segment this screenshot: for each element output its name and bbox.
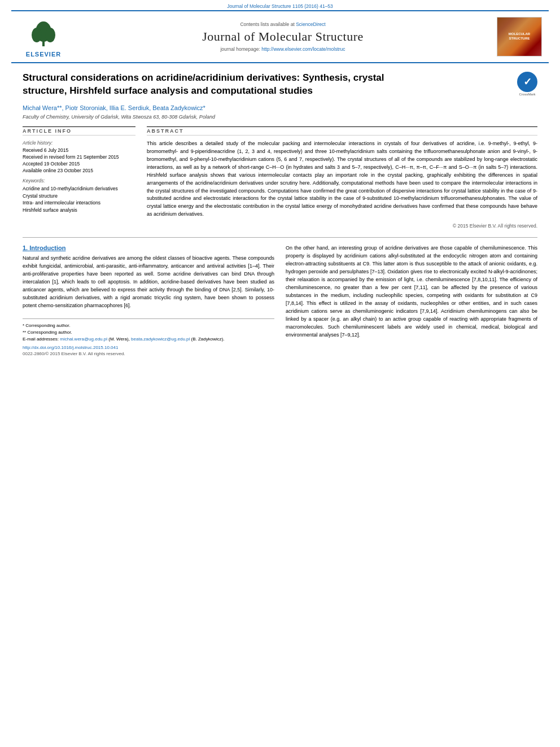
article-content: ✓ CrossMark Structural considerations on…	[0, 63, 560, 368]
svg-point-2	[32, 28, 42, 42]
abstract-column: Abstract This article describes a detail…	[147, 126, 537, 229]
corresponding-note-2: ** Corresponding author.	[23, 329, 274, 336]
journal-header: ELSEVIER Contents lists available at Sci…	[11, 10, 549, 63]
keyword-1: Acridine and 10-methylacridinium derivat…	[23, 185, 135, 193]
issn-line: 0022-2860/© 2015 Elsevier B.V. All right…	[23, 351, 274, 356]
abstract-text: This article describes a detailed study …	[147, 140, 537, 219]
corresponding-note-1: * Corresponding author.	[23, 322, 274, 329]
crossmark-label: CrossMark	[517, 93, 537, 96]
available-date: Available online 23 October 2015	[23, 168, 135, 173]
accepted-date: Accepted 19 October 2015	[23, 161, 135, 167]
thumb-text: MOLECULAR STRUCTURE	[500, 32, 539, 41]
affiliation: Faculty of Chemistry, University of Gdań…	[23, 114, 537, 120]
email-1-link[interactable]: michal.wera@ug.edu.pl	[60, 337, 107, 342]
svg-point-3	[45, 28, 55, 42]
keywords-list: Acridine and 10-methylacridinium derivat…	[23, 185, 135, 214]
body-left-col: 1. Introduction Natural and synthetic ac…	[23, 244, 274, 356]
journal-title-block: Contents lists available at ScienceDirec…	[69, 21, 497, 52]
article-history: Article history: Received 6 July 2015 Re…	[23, 140, 135, 173]
contents-line: Contents lists available at ScienceDirec…	[69, 21, 497, 27]
introduction-title: 1. Introduction	[23, 244, 274, 251]
email-2-link[interactable]: beata.zadykowicz@ug.edu.pl	[131, 337, 190, 342]
elsevier-logo: ELSEVIER	[18, 16, 69, 58]
article-info-column: Article Info Article history: Received 6…	[23, 126, 135, 229]
elsevier-tree-icon	[27, 16, 60, 50]
homepage-url[interactable]: http://www.elsevier.com/locate/molstruc	[261, 46, 345, 52]
footer-notes: * Corresponding author. ** Corresponding…	[23, 318, 274, 356]
email-line: E-mail addresses: michal.wera@ug.edu.pl …	[23, 336, 274, 343]
info-abstract-section: Article Info Article history: Received 6…	[23, 126, 537, 229]
article-info-header: Article Info	[23, 126, 135, 136]
intro-paragraph-1: Natural and synthetic acridine derivativ…	[23, 255, 274, 310]
keywords-section: Keywords: Acridine and 10-methylacridini…	[23, 178, 135, 214]
keyword-2: Crystal structure	[23, 193, 135, 200]
doi-link: http://dx.doi.org/10.1016/j.molstruc.201…	[23, 345, 274, 350]
keyword-4: Hirshfeld surface analysis	[23, 207, 135, 214]
science-direct-link[interactable]: ScienceDirect	[296, 21, 325, 27]
authors: Michał Wera**, Piotr Storoniak, Illia E.…	[23, 104, 537, 111]
homepage-line: journal homepage: http://www.elsevier.co…	[69, 46, 497, 52]
received-revised-date: Received in revised form 21 September 20…	[23, 154, 135, 160]
keywords-label: Keywords:	[23, 178, 135, 184]
journal-thumbnail: MOLECULAR STRUCTURE	[497, 17, 542, 56]
journal-ref: Journal of Molecular Structure 1105 (201…	[227, 3, 333, 9]
body-right-col: On the other hand, an interesting group …	[286, 244, 537, 356]
crossmark-block: ✓ CrossMark	[517, 72, 537, 96]
section-divider	[23, 237, 537, 238]
journal-main-title: Journal of Molecular Structure	[69, 29, 497, 44]
crossmark-icon: ✓	[517, 72, 537, 92]
title-section: ✓ CrossMark Structural considerations on…	[23, 72, 537, 98]
keyword-3: Intra- and intermolecular interactions	[23, 199, 135, 207]
intro-paragraph-2: On the other hand, an interesting group …	[286, 244, 537, 339]
top-bar: Journal of Molecular Structure 1105 (201…	[0, 0, 560, 10]
received-date: Received 6 July 2015	[23, 147, 135, 153]
body-section: 1. Introduction Natural and synthetic ac…	[23, 244, 537, 356]
history-label: Article history:	[23, 140, 135, 146]
copyright-line: © 2015 Elsevier B.V. All rights reserved…	[147, 223, 537, 229]
article-title: Structural considerations on acridine/ac…	[23, 72, 406, 98]
elsevier-label: ELSEVIER	[26, 51, 61, 58]
abstract-header: Abstract	[147, 126, 537, 136]
